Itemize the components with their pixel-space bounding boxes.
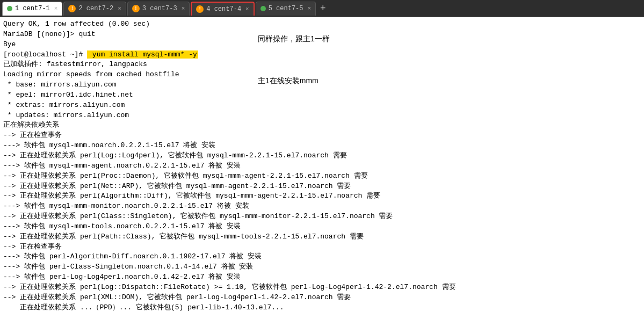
terminal-line: --> 正在处理依赖关系 perl(Log::Log4perl), 它被软件包 … (3, 151, 641, 161)
tab3-indicator: ! (132, 5, 140, 12)
tab-bar: 1 cent7-1 × ! 2 cent7-2 × ! 3 cent7-3 × … (0, 0, 644, 17)
terminal-line: Query OK, 1 row affected (0.00 sec) (3, 19, 641, 30)
tab-cent7-2[interactable]: ! 2 cent7-2 × (63, 2, 126, 16)
command-highlight: yum install mysql-mmm* -y (87, 50, 198, 59)
tab3-label: 3 cent7-3 (142, 5, 177, 12)
tab4-indicator: ! (196, 5, 204, 13)
tab-cent7-1[interactable]: 1 cent7-1 × (2, 2, 62, 16)
terminal-line: [root@localhost ~]# yum install mysql-mm… (3, 50, 641, 60)
terminal-line: --> 正在检查事务 (3, 131, 641, 141)
terminal-line: --> 正在检查事务 (3, 242, 641, 252)
terminal-line: 正在解决依赖关系 (3, 120, 641, 131)
tab5-indicator (261, 6, 266, 11)
terminal-line: --> 正在处理依赖关系 perl(Algorithm::Diff), 它被软件… (3, 191, 641, 201)
terminal-content: Query OK, 1 row affected (0.00 sec)Maria… (3, 19, 641, 313)
terminal-line: ---> 软件包 mysql-mmm-monitor.noarch.0.2.2.… (3, 201, 641, 212)
tab-cent7-4[interactable]: ! 4 cent7-4 × (191, 2, 254, 16)
terminal-line: --> 正在处理依赖关系 perl(XML::DOM), 它被软件包 perl-… (3, 293, 641, 303)
terminal-line: --> 正在处理依赖关系 perl(Class::Singleton), 它被软… (3, 212, 641, 222)
tab1-close[interactable]: × (54, 5, 58, 12)
tab-cent7-5[interactable]: 5 cent7-5 × (256, 2, 316, 16)
terminal-line: * base: mirrors.aliyun.com (3, 80, 641, 90)
terminal-line: ---> 软件包 mysql-mmm-agent.noarch.0.2.2.1-… (3, 161, 641, 171)
tab5-label: 5 cent7-5 (269, 5, 303, 12)
terminal-line: Loading mirror speeds from cached hostfi… (3, 70, 641, 80)
tab3-close[interactable]: × (182, 5, 185, 12)
tab2-close[interactable]: × (118, 5, 121, 12)
terminal-line: * extras: mirrors.aliyun.com (3, 100, 641, 111)
tab2-indicator: ! (68, 5, 76, 12)
tab2-label: 2 cent7-2 (78, 5, 113, 12)
terminal-line: --> 正在处理依赖关系 perl(Path::Class), 它被软件包 my… (3, 232, 641, 242)
terminal-line: * updates: mirrors.aliyun.com (3, 111, 641, 121)
tab4-close[interactable]: × (245, 6, 249, 12)
terminal-line: ---> 软件包 perl-Log-Log4perl.noarch.0.1.42… (3, 272, 641, 282)
tab1-label: 1 cent7-1 (15, 5, 50, 12)
annotation-same-op: 同样操作，跟主1一样 (258, 33, 330, 44)
terminal: 同样操作，跟主1一样 主1在线安装mmm Query OK, 1 row aff… (0, 17, 644, 326)
terminal-line: --> 正在处理依赖关系 perl(Net::ARP), 它被软件包 mysql… (3, 182, 641, 192)
tab-cent7-3[interactable]: ! 3 cent7-3 × (127, 2, 190, 16)
tab5-close[interactable]: × (308, 5, 312, 12)
terminal-line: * epel: mirror01.idc.hinet.net (3, 90, 641, 100)
terminal-line: ---> 软件包 mysql-mmm.noarch.0.2.2.1-15.el7… (3, 141, 641, 151)
terminal-line: --> 正在处理依赖关系 perl(Proc::Daemon), 它被软件包 m… (3, 171, 641, 182)
annotation-install-mmm: 主1在线安装mmm (258, 75, 319, 86)
terminal-line: ---> 软件包 mysql-mmm-tools.noarch.0.2.2.1-… (3, 222, 641, 232)
terminal-line: 正在处理依赖关系 ...（PPD）... 它被软件包(5) perl-lib-1… (3, 303, 641, 313)
add-tab-button[interactable]: + (317, 2, 329, 16)
terminal-line: --> 正在处理依赖关系 perl(Log::Dispatch::FileRot… (3, 282, 641, 293)
terminal-line: ---> 软件包 perl-Algorithm-Diff.noarch.0.1.… (3, 252, 641, 262)
terminal-line: ---> 软件包 perl-Class-Singleton.noarch.0.1… (3, 262, 641, 272)
tab4-label: 4 cent7-4 (206, 5, 241, 13)
tab1-indicator (7, 6, 12, 11)
terminal-line: 已加载插件: fastestmirror, langpacks (3, 60, 641, 70)
